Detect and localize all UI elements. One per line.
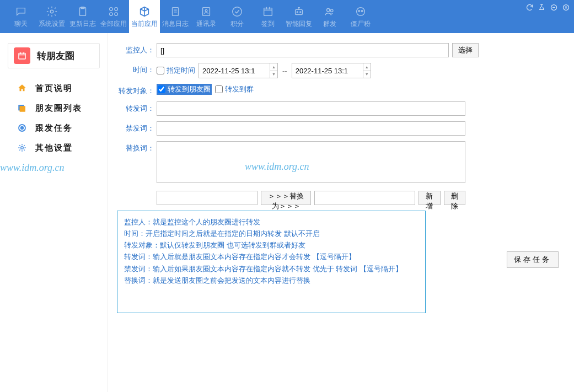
cube-icon — [138, 5, 151, 18]
time-checkbox[interactable] — [157, 67, 164, 74]
check-icon — [230, 5, 244, 18]
target-friends-wrap[interactable]: 转发到朋友圈 — [157, 84, 212, 95]
forbid-word-label: 禁发词： — [116, 121, 157, 133]
calendar-icon — [14, 47, 30, 64]
toolbar-points[interactable]: 积分 — [222, 0, 253, 33]
svg-rect-11 — [296, 9, 303, 14]
group-icon — [323, 5, 336, 18]
sidebar-item-home[interactable]: 首页说明 — [0, 78, 108, 98]
target-group-checkbox[interactable] — [215, 85, 223, 93]
sidebar-item-other[interactable]: 其他设置 — [0, 138, 108, 158]
toolbar-label: 消息日志 — [162, 19, 189, 29]
time-to-input[interactable] — [292, 63, 371, 78]
sidebar-item-task[interactable]: 跟发任务 — [0, 118, 108, 138]
svg-rect-6 — [173, 7, 179, 15]
sidebar-item-label: 首页说明 — [35, 83, 73, 94]
svg-point-0 — [50, 10, 53, 13]
toolbar-label: 通讯录 — [196, 19, 216, 29]
pin-icon[interactable] — [537, 2, 546, 12]
toolbar-all-apps[interactable]: 全部应用 — [98, 0, 129, 33]
spinner-buttons[interactable]: ▲▼ — [270, 63, 277, 78]
toolbar-label: 当前应用 — [131, 19, 158, 29]
svg-point-18 — [361, 10, 363, 12]
replace-from-input[interactable] — [157, 191, 258, 205]
save-task-button[interactable]: 保存任务 — [507, 251, 559, 268]
toolbar-label: 全部应用 — [100, 19, 127, 29]
svg-point-9 — [233, 7, 242, 16]
top-toolbar: 聊天 系统设置 更新日志 全部应用 当前应用 消息日志 通讯录 积分 签到 智能… — [0, 0, 574, 33]
toolbar-message-log[interactable]: 消息日志 — [160, 0, 191, 33]
toolbar-label: 智能回复 — [286, 19, 312, 29]
replace-to-button[interactable]: ＞＞＞替换为＞＞＞ — [261, 191, 311, 205]
target-group-label: 转发到群 — [225, 84, 254, 94]
toolbar-label: 群发 — [323, 19, 336, 29]
help-line: 转发对象：默认仅转发到朋友圈 也可选转发到群或者好友 — [124, 240, 419, 251]
svg-rect-21 — [19, 53, 25, 60]
toolbar-current-app[interactable]: 当前应用 — [129, 0, 160, 33]
clipboard-icon — [76, 5, 89, 18]
sidebar-title-text: 转朋友圈 — [37, 50, 74, 62]
monitor-input[interactable] — [157, 43, 449, 57]
select-button[interactable]: 选择 — [452, 43, 479, 57]
time-separator: -- — [281, 67, 288, 75]
sidebar-title: 转朋友圈 — [8, 43, 100, 68]
time-checkbox-label: 指定时间 — [167, 66, 195, 76]
robot-icon — [292, 5, 305, 18]
svg-rect-23 — [20, 106, 26, 112]
close-icon[interactable] — [561, 2, 571, 12]
toolbar-chat[interactable]: 聊天 — [6, 0, 36, 33]
toolbar-label: 聊天 — [14, 19, 28, 29]
home-icon — [17, 83, 28, 94]
toolbar-settings[interactable]: 系统设置 — [36, 0, 67, 33]
svg-point-16 — [357, 7, 365, 15]
help-line: 监控人：就是监控这个人的朋友圈进行转发 — [124, 217, 419, 228]
forward-word-input[interactable] — [157, 101, 465, 116]
delete-button[interactable]: 删除 — [444, 191, 465, 205]
forbid-word-input[interactable] — [157, 121, 465, 136]
svg-point-26 — [21, 147, 24, 149]
zombie-icon — [354, 5, 367, 18]
help-box: 监控人：就是监控这个人的朋友圈进行转发 时间：开启指定时间之后就是在指定的日期内… — [117, 211, 426, 313]
refresh-icon[interactable] — [524, 2, 534, 12]
help-line: 时间：开启指定时间之后就是在指定的日期内转发 默认不开启 — [124, 228, 419, 239]
replace-word-textarea[interactable] — [157, 141, 465, 183]
chat-icon — [14, 5, 28, 18]
spinner-buttons[interactable]: ▲▼ — [363, 63, 371, 78]
svg-point-15 — [330, 9, 333, 12]
toolbar-smart-reply[interactable]: 智能回复 — [283, 0, 314, 33]
help-line: 转发词：输入后就是朋友圈文本内容存在指定内容才会转发 【逗号隔开】 — [124, 251, 419, 262]
list-icon — [17, 103, 28, 114]
forward-word-label: 转发词： — [116, 101, 157, 114]
time-checkbox-wrap[interactable]: 指定时间 — [157, 66, 195, 76]
toolbar-update-log[interactable]: 更新日志 — [67, 0, 98, 33]
sidebar-item-label: 跟发任务 — [35, 123, 73, 133]
sidebar: 转朋友圈 首页说明 朋友圈列表 跟发任务 其他设置 — [0, 33, 108, 392]
help-line: 禁发词：输入后如果朋友圈文本内容存在指定内容就不转发 优先于 转发词 【逗号隔开… — [124, 264, 419, 275]
toolbar-label: 系统设置 — [39, 19, 65, 29]
contacts-icon — [200, 5, 213, 18]
svg-point-5 — [115, 12, 118, 15]
svg-point-3 — [115, 7, 118, 10]
time-from-input[interactable] — [199, 63, 278, 78]
gear-icon — [45, 5, 58, 18]
target-group-wrap[interactable]: 转发到群 — [215, 84, 254, 94]
minimize-icon[interactable] — [549, 2, 559, 12]
replace-to-input[interactable] — [314, 191, 415, 205]
svg-rect-10 — [264, 8, 272, 15]
toolbar-mass-send[interactable]: 群发 — [314, 0, 345, 33]
sidebar-item-list[interactable]: 朋友圈列表 — [0, 98, 108, 118]
toolbar-contacts[interactable]: 通讯录 — [191, 0, 222, 33]
target-label: 转发对象： — [116, 84, 157, 96]
add-button[interactable]: 新增 — [419, 191, 440, 205]
svg-point-2 — [110, 7, 113, 10]
svg-point-14 — [327, 8, 330, 12]
help-line: 替换词：就是发送朋友圈之前会把发送的文本内容进行替换 — [124, 275, 419, 286]
target-friends-checkbox[interactable] — [158, 85, 165, 93]
toolbar-signin[interactable]: 签到 — [253, 0, 283, 33]
toolbar-zombie-fans[interactable]: 僵尸粉 — [345, 0, 376, 33]
svg-point-4 — [110, 12, 113, 15]
clipboard-icon — [169, 5, 182, 18]
svg-point-17 — [358, 10, 360, 12]
calendar-icon — [261, 5, 275, 18]
toolbar-label: 僵尸粉 — [351, 19, 371, 29]
